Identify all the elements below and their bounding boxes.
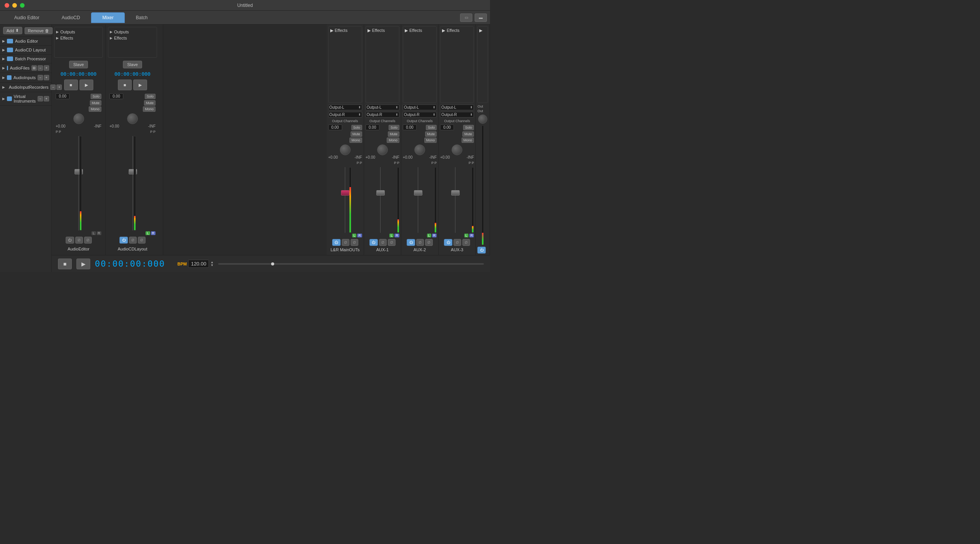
view-split-button[interactable]: ▬ [475,13,487,22]
virt-plus-button[interactable]: + [44,96,49,101]
audiofiles-minus-button[interactable]: − [38,65,43,71]
link-aux2-2[interactable]: ∅ [425,239,433,246]
output-l-aux1[interactable]: Output-L⬍ [366,104,399,111]
main-play-button[interactable]: ▶ [76,259,90,269]
effects-expand-aux2[interactable]: ▶ [405,28,408,33]
remove-button[interactable]: Remove 🗑 [25,27,53,34]
link-aux1-1[interactable]: ∅ [379,239,387,246]
solo-aux1[interactable]: Solo [389,125,399,130]
sidebar-item-audiocd-layout[interactable]: ▶ AudioCD Layout [0,46,51,55]
mono-lr[interactable]: Mono [349,138,362,143]
view-single-button[interactable]: ▭ [460,13,472,22]
main-stop-button[interactable]: ■ [58,259,72,269]
link-aux3-2[interactable]: ∅ [462,239,470,246]
mute-button[interactable]: Mute [90,100,101,106]
link-lr-2[interactable]: ∅ [351,239,358,246]
mute-button-2[interactable]: Mute [144,100,156,106]
mono-button-2[interactable]: Mono [143,106,156,112]
solo-lr[interactable]: Solo [351,125,362,130]
slave-button-2[interactable]: Slave [123,61,142,68]
sidebar-item-audiofiles[interactable]: ▶ AudioFiles ⊞ − + [0,63,51,73]
bpm-spinner[interactable]: ▲ ▼ [210,261,214,267]
link-aux1-2[interactable]: ∅ [388,239,396,246]
sidebar-item-audio-editor[interactable]: ▶ Audio Editor [0,37,51,46]
pan-knob[interactable] [73,113,84,124]
outputs-section[interactable]: ▶ Outputs [56,29,101,35]
effects-expand-aux1[interactable]: ▶ [368,28,371,33]
link-button-1[interactable]: ∅ [75,237,83,244]
power-aux1[interactable]: ⏻ [369,239,378,246]
stop-button[interactable]: ■ [64,80,78,90]
solo-button[interactable]: Solo [91,94,101,99]
pan-knob-lr[interactable] [340,144,351,155]
mono-button[interactable]: Mono [89,106,101,112]
effects-section[interactable]: ▶ Effects [56,35,101,41]
effects-section-2[interactable]: ▶ Effects [110,35,155,41]
close-button[interactable] [5,3,9,8]
output-l-select[interactable]: Output-L⬍ [328,104,362,111]
audiofiles-import-button[interactable]: ⊞ [31,65,37,71]
solo-aux2[interactable]: Solo [426,125,437,130]
effects-expand[interactable]: ▶ [330,28,333,33]
pan-knob-aux3[interactable] [452,144,462,155]
add-button[interactable]: Add ⬍ [3,27,22,34]
pan-knob-partial[interactable] [478,114,487,124]
pan-knob-2[interactable] [127,113,138,124]
tab-mixer[interactable]: Mixer [91,12,124,23]
output-r-aux2[interactable]: Output-R⬍ [403,112,437,118]
bpm-down-button[interactable]: ▼ [210,264,214,267]
tab-audiocd[interactable]: AudioCD [50,12,91,23]
stop-button-2[interactable]: ■ [118,80,132,90]
fader-thumb-aux3[interactable] [451,190,460,196]
output-l-aux3[interactable]: Output-L⬍ [440,104,474,111]
power-button-2[interactable]: ⏻ [119,237,128,244]
link-button-3[interactable]: ∅ [129,237,137,244]
power-partial[interactable]: ⏻ [477,247,486,254]
power-aux3[interactable]: ⏻ [444,239,452,246]
play-button[interactable]: ▶ [79,80,93,90]
link-lr-1[interactable]: ∅ [342,239,349,246]
power-button[interactable]: ⏻ [66,237,74,244]
audioinputs-plus-button[interactable]: + [44,75,49,80]
audioinputs-minus-button[interactable]: − [38,75,43,80]
mute-lr[interactable]: Mute [351,131,362,137]
effects-expand-aux3[interactable]: ▶ [442,28,445,33]
tab-batch[interactable]: Batch [125,12,159,23]
mute-aux1[interactable]: Mute [388,131,399,137]
link-aux3-1[interactable]: ∅ [454,239,461,246]
link-button-2[interactable]: ∅ [84,237,92,244]
audiofiles-plus-button[interactable]: + [44,65,49,71]
mono-aux3[interactable]: Mono [462,138,474,143]
sidebar-item-audioinputrecorders[interactable]: ▶ AudioInputRecorders − + [0,83,51,92]
tab-audio-editor[interactable]: Audio Editor [3,12,50,23]
power-lr[interactable]: ⏻ [332,239,341,246]
pan-knob-aux2[interactable] [414,144,425,155]
fader-thumb-aux2[interactable] [414,190,422,196]
bpm-value[interactable]: 120.00 [188,260,209,268]
play-button-2[interactable]: ▶ [133,80,147,90]
output-r-select[interactable]: Output-R⬍ [328,112,362,118]
sidebar-item-audioinputs[interactable]: ▶ AudioInputs − + [0,73,51,83]
solo-button-2[interactable]: Solo [145,94,156,99]
link-aux2-1[interactable]: ∅ [416,239,424,246]
window-controls[interactable] [5,3,25,8]
sidebar-item-virtual-instruments[interactable]: ▶ Virtual Instruments − + [0,92,51,106]
solo-aux3[interactable]: Solo [463,125,474,130]
maximize-button[interactable] [20,3,25,8]
output-r-aux1[interactable]: Output-R⬍ [366,112,399,118]
mute-aux2[interactable]: Mute [425,131,437,137]
mono-aux1[interactable]: Mono [387,138,399,143]
sidebar-item-batch-processor[interactable]: ▶ Batch Processor [0,55,51,63]
mute-aux3[interactable]: Mute [462,131,474,137]
power-aux2[interactable]: ⏻ [407,239,415,246]
pan-knob-aux1[interactable] [377,144,388,155]
slave-button[interactable]: Slave [69,61,88,68]
output-r-aux3[interactable]: Output-R⬍ [440,112,474,118]
link-button-4[interactable]: ∅ [138,237,146,244]
fader-thumb-aux1[interactable] [376,190,385,196]
virt-minus-button[interactable]: − [38,96,43,101]
minimize-button[interactable] [12,3,17,8]
mono-aux2[interactable]: Mono [424,138,437,143]
scrub-bar[interactable] [218,263,484,265]
outputs-section-2[interactable]: ▶ Outputs [110,29,155,35]
